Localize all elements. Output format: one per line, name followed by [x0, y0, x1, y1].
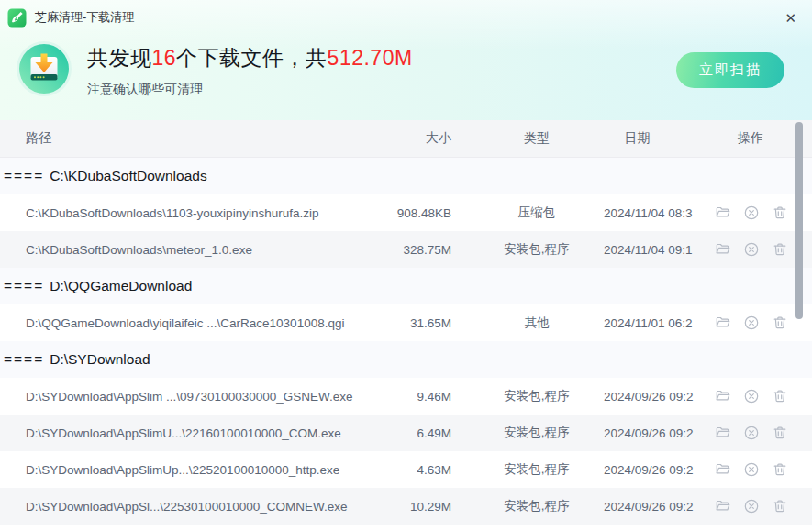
trash-icon[interactable] — [772, 241, 788, 258]
file-type: 其他 — [477, 315, 596, 331]
group-path: D:\QQGameDownload — [50, 278, 192, 294]
app-window: 芝麻清理-下载清理 ✕ — [0, 0, 812, 531]
group-prefix: ==== — [0, 351, 44, 368]
file-date: 2024/11/04 08:3 — [596, 206, 711, 220]
open-folder-icon[interactable] — [715, 205, 731, 221]
close-icon[interactable]: ✕ — [780, 9, 801, 27]
dismiss-icon[interactable] — [743, 205, 760, 221]
scrollbar-thumb[interactable] — [795, 122, 803, 319]
headline-number: 16 — [152, 46, 177, 70]
app-logo-icon — [7, 8, 27, 28]
headline-number: 512.70M — [328, 46, 413, 70]
group-header-row: ====D:\SYDownload — [0, 341, 812, 378]
dismiss-icon[interactable] — [743, 241, 760, 258]
dismiss-icon[interactable] — [743, 425, 760, 441]
table-row: C:\KDubaSoftDownloads\meteor_1.0.exe328.… — [0, 231, 812, 268]
group-header-row: ====D:\QQGameDownload — [0, 268, 812, 304]
scan-now-button[interactable]: 立即扫描 — [676, 52, 784, 88]
file-path: D:\SYDownload\AppSlimU...\22160100010000… — [0, 426, 385, 440]
file-size: 9.46M — [385, 390, 451, 404]
file-size: 10.29M — [385, 500, 451, 514]
group-path: C:\KDubaSoftDownloads — [50, 168, 206, 184]
column-header-type: 类型 — [477, 130, 596, 147]
row-actions — [711, 498, 812, 514]
trash-icon[interactable] — [772, 461, 788, 478]
open-folder-icon[interactable] — [715, 388, 731, 404]
table-row: D:\QQGameDownload\yiqilaifeic ...\CarRac… — [0, 304, 812, 341]
file-type: 安装包,程序 — [477, 241, 596, 258]
trash-icon[interactable] — [772, 315, 788, 331]
group-prefix: ==== — [0, 278, 44, 294]
group-path: D:\SYDownload — [50, 351, 150, 368]
open-folder-icon[interactable] — [715, 461, 731, 478]
window-title: 芝麻清理-下载清理 — [35, 9, 134, 26]
title-bar: 芝麻清理-下载清理 ✕ — [0, 0, 812, 31]
file-size: 908.48KB — [385, 206, 451, 220]
file-date: 2024/11/01 06:2 — [596, 316, 711, 330]
file-type: 安装包,程序 — [477, 498, 596, 514]
file-path: D:\SYDownload\AppSlimUp...\2252010001000… — [0, 463, 385, 477]
file-date: 2024/09/26 09:2 — [596, 463, 711, 477]
table-row: D:\SYDownload\AppSlimUp...\2252010001000… — [0, 451, 812, 488]
file-date: 2024/09/26 09:2 — [596, 426, 711, 440]
file-size: 4.63M — [385, 463, 451, 477]
download-drive-icon — [17, 41, 72, 96]
dismiss-icon[interactable] — [743, 498, 760, 514]
file-type: 安装包,程序 — [477, 425, 596, 441]
file-date: 2024/09/26 09:2 — [596, 500, 711, 514]
table-row: D:\SYDownload\AppSlim ...\09730100030000… — [0, 378, 812, 415]
file-path: D:\SYDownload\AppSlim ...\09730100030000… — [0, 390, 385, 404]
trash-icon[interactable] — [772, 498, 788, 514]
dismiss-icon[interactable] — [743, 461, 760, 478]
group-prefix: ==== — [0, 168, 44, 184]
trash-icon[interactable] — [772, 425, 788, 441]
file-type: 安装包,程序 — [477, 461, 596, 478]
file-size: 6.49M — [385, 426, 451, 440]
summary-headline: 共发现16个下载文件，共512.70M — [87, 44, 413, 72]
file-list: ====C:\KDubaSoftDownloadsC:\KDubaSoftDow… — [0, 158, 812, 525]
headline-text: 个下载文件，共 — [176, 46, 328, 70]
table-header-row: 路径大小类型日期操作 — [0, 120, 812, 158]
row-actions — [711, 461, 812, 478]
file-path: D:\SYDownload\AppSl...\22530100010000_CO… — [0, 500, 385, 514]
file-path: D:\QQGameDownload\yiqilaifeic ...\CarRac… — [0, 316, 385, 330]
column-header-date: 日期 — [596, 130, 711, 147]
dismiss-icon[interactable] — [743, 388, 760, 404]
open-folder-icon[interactable] — [715, 498, 731, 514]
open-folder-icon[interactable] — [715, 425, 731, 441]
file-type: 压缩包 — [477, 205, 596, 221]
file-path: C:\KDubaSoftDownloads\1103-youxipinyinsh… — [0, 206, 385, 220]
dismiss-icon[interactable] — [743, 315, 760, 331]
header-panel: 芝麻清理-下载清理 ✕ — [0, 0, 812, 120]
file-size: 31.65M — [385, 316, 451, 330]
file-size: 328.75M — [385, 243, 451, 257]
table-row: D:\SYDownload\AppSlimU...\22160100010000… — [0, 415, 812, 451]
trash-icon[interactable] — [772, 205, 788, 221]
row-actions — [711, 388, 812, 404]
column-header-size: 大小 — [385, 130, 451, 147]
summary-subtitle: 注意确认哪些可清理 — [87, 82, 413, 98]
summary-block: 共发现16个下载文件，共512.70M 注意确认哪些可清理 — [17, 41, 413, 98]
file-date: 2024/09/26 09:2 — [596, 390, 711, 404]
file-date: 2024/11/04 09:1 — [596, 243, 711, 257]
file-type: 安装包,程序 — [477, 388, 596, 404]
trash-icon[interactable] — [772, 388, 788, 404]
table-row: D:\SYDownload\AppSl...\22530100010000_CO… — [0, 488, 812, 525]
table-row: C:\KDubaSoftDownloads\1103-youxipinyinsh… — [0, 194, 812, 231]
row-actions — [711, 425, 812, 441]
file-path: C:\KDubaSoftDownloads\meteor_1.0.exe — [0, 243, 385, 257]
open-folder-icon[interactable] — [715, 241, 731, 258]
summary-text: 共发现16个下载文件，共512.70M 注意确认哪些可清理 — [87, 41, 413, 98]
open-folder-icon[interactable] — [715, 315, 731, 331]
group-header-row: ====C:\KDubaSoftDownloads — [0, 158, 812, 194]
headline-text: 共发现 — [87, 46, 152, 70]
column-header-path: 路径 — [0, 130, 385, 147]
